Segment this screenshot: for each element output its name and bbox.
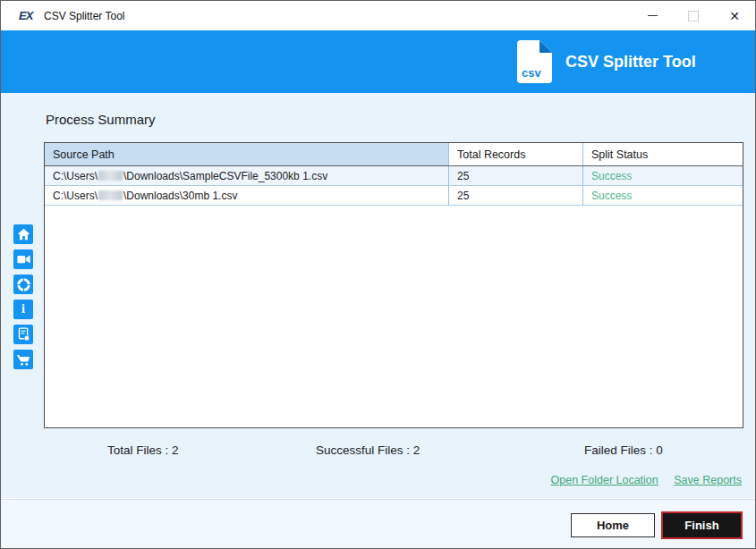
page-title: Process Summary <box>46 112 156 127</box>
total-records-cell: 25 <box>449 166 583 185</box>
finish-button[interactable]: Finish <box>661 511 743 539</box>
table-row[interactable]: C:\Users\\Downloads\SampleCSVFile_5300kb… <box>45 166 743 186</box>
open-folder-location-link[interactable]: Open Folder Location <box>551 474 658 486</box>
sidebar-home-button[interactable] <box>13 224 33 244</box>
app-logo-icon: EX <box>19 9 37 23</box>
window-controls: ✕ <box>632 1 755 30</box>
support-lifebuoy-icon <box>17 278 30 291</box>
path-prefix: C:\Users\ <box>53 190 98 202</box>
app-header: csv CSV Splitter Tool <box>1 30 755 93</box>
table-header-row: Source Path Total Records Split Status <box>45 143 743 166</box>
failed-files-label: Failed Files : 0 <box>584 443 663 457</box>
path-suffix: \Downloads\SampleCSVFile_5300kb 1.csv <box>123 170 327 182</box>
source-path-cell: C:\Users\\Downloads\SampleCSVFile_5300kb… <box>45 166 449 185</box>
column-header-total-records[interactable]: Total Records <box>449 143 583 165</box>
column-header-source-path[interactable]: Source Path <box>45 143 449 165</box>
path-suffix: \Downloads\30mb 1.csv <box>123 190 237 202</box>
maximize-button[interactable] <box>673 1 714 30</box>
successful-files-label: Successful Files : 2 <box>316 443 420 457</box>
redacted-username <box>98 190 123 200</box>
total-files-label: Total Files : 2 <box>107 443 179 457</box>
footer: Home Finish <box>1 499 755 549</box>
titlebar: EX CSV Splitter Tool ✕ <box>1 1 755 30</box>
redacted-username <box>98 171 123 181</box>
info-icon: i <box>21 303 25 316</box>
minimize-button[interactable] <box>632 1 673 30</box>
column-header-split-status[interactable]: Split Status <box>583 143 743 165</box>
shopping-cart-icon <box>16 353 30 367</box>
csv-document-icon: csv <box>515 39 553 84</box>
split-status-cell: Success <box>583 166 743 185</box>
home-button[interactable]: Home <box>571 513 655 537</box>
results-table: Source Path Total Records Split Status C… <box>44 142 743 428</box>
window-title: CSV Splitter Tool <box>44 10 125 22</box>
source-path-cell: C:\Users\\Downloads\30mb 1.csv <box>45 186 449 205</box>
sidebar-support-button[interactable] <box>13 274 33 294</box>
main-content: Process Summary Source Path Total Record… <box>1 93 755 498</box>
home-icon <box>17 228 30 241</box>
path-prefix: C:\Users\ <box>53 170 98 182</box>
sidebar-info-button[interactable]: i <box>13 300 33 319</box>
sidebar: i <box>13 224 33 369</box>
app-window: EX CSV Splitter Tool ✕ csv CSV Splitter … <box>0 0 756 549</box>
brand: csv CSV Splitter Tool <box>515 39 696 84</box>
license-document-icon <box>17 327 30 342</box>
sidebar-license-button[interactable] <box>13 325 33 344</box>
close-button[interactable]: ✕ <box>714 1 755 30</box>
action-links: Open Folder Location Save Reports <box>539 474 742 486</box>
video-camera-icon <box>17 254 30 265</box>
total-records-cell: 25 <box>449 186 583 205</box>
sidebar-cart-button[interactable] <box>13 350 33 369</box>
split-status-cell: Success <box>583 186 743 205</box>
brand-title: CSV Splitter Tool <box>565 53 696 72</box>
save-reports-link[interactable]: Save Reports <box>674 474 742 486</box>
sidebar-video-button[interactable] <box>13 249 33 269</box>
table-row[interactable]: C:\Users\\Downloads\30mb 1.csv 25 Succes… <box>45 186 743 206</box>
svg-text:csv: csv <box>522 66 541 80</box>
